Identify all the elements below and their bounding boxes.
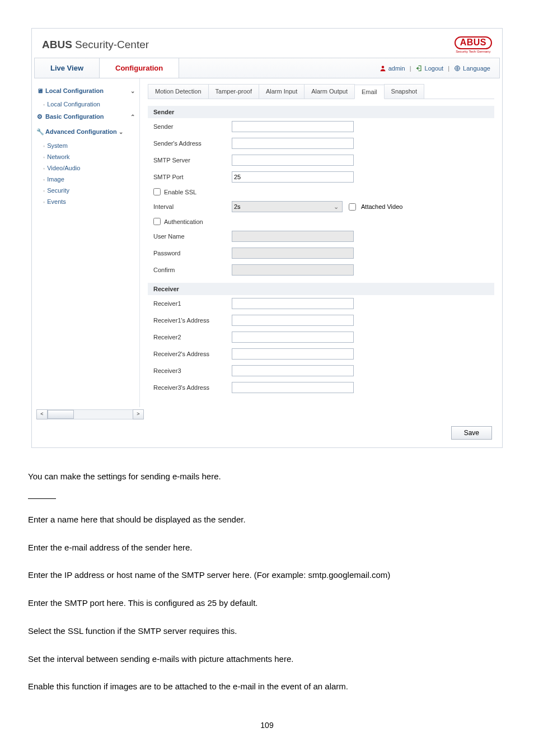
main-tabs: Live View Configuration admin | Logout |… xyxy=(34,58,500,78)
sidebar-item-system[interactable]: ◦System xyxy=(32,140,139,151)
app-body: 🖥Local Configuration ⌄ ◦Local Configurat… xyxy=(32,78,502,407)
input-receiver3[interactable] xyxy=(232,365,354,376)
caret-down-icon: ⌄ xyxy=(119,129,123,135)
scroll-left-button[interactable]: < xyxy=(36,409,48,419)
tab-configuration[interactable]: Configuration xyxy=(100,58,179,78)
minitab-snapshot[interactable]: Snapshot xyxy=(384,84,424,99)
sidebar-item-label: Video/Audio xyxy=(47,165,80,171)
topbar-right: admin | Logout | Language xyxy=(380,58,499,78)
sidebar-item-image[interactable]: ◦Image xyxy=(32,174,139,185)
label-smtp-server: SMTP Server xyxy=(153,157,232,164)
row-interval: Interval ⌄ Attached Video xyxy=(148,198,494,215)
abus-logo-text: ABUS xyxy=(455,36,492,49)
sidebar-advanced-config[interactable]: 🔧Advanced Configuration ⌄ xyxy=(32,125,139,139)
label-smtp-port: SMTP Port xyxy=(153,174,232,180)
dropdown-icon[interactable]: ⌄ xyxy=(334,203,339,211)
label-receiver2-address: Receiver2's Address xyxy=(153,351,232,357)
sidebar-item-video-audio[interactable]: ◦Video/Audio xyxy=(32,162,139,174)
tab-live-view[interactable]: Live View xyxy=(35,58,100,78)
sidebar-item-network[interactable]: ◦Network xyxy=(32,151,139,162)
sidebar-item-label: Network xyxy=(47,153,69,160)
row-username: User Name xyxy=(148,228,494,245)
row-receiver3-address: Receiver3's Address xyxy=(148,379,494,396)
caret-down-icon: ⌄ xyxy=(130,88,135,94)
topbar-logout[interactable]: Logout xyxy=(425,65,444,72)
minitab-email[interactable]: Email xyxy=(354,85,385,99)
input-sender-address[interactable] xyxy=(232,138,354,149)
scroll-thumb[interactable] xyxy=(48,410,74,419)
row-receiver1-address: Receiver1's Address xyxy=(148,312,494,329)
minitab-alarm-in[interactable]: Alarm Input xyxy=(259,84,305,99)
bullet-icon: ◦ xyxy=(43,102,45,108)
document-body: You can make the settings for sending e-… xyxy=(28,470,506,730)
checkbox-attached-video[interactable] xyxy=(349,203,356,211)
doc-paragraph: Set the interval between sending e-mails… xyxy=(28,653,506,665)
label-attached-video: Attached Video xyxy=(361,203,402,210)
sidebar-item-security[interactable]: ◦Security xyxy=(32,185,139,196)
doc-paragraph: Enable this function if images are to be… xyxy=(28,680,506,693)
sidebar-advanced-config-label: Advanced Configuration xyxy=(45,128,117,135)
scroll-right-button[interactable]: > xyxy=(133,409,144,419)
minitab-motion[interactable]: Motion Detection xyxy=(148,84,209,99)
content-panel: Motion Detection Tamper-proof Alarm Inpu… xyxy=(140,78,502,407)
bullet-icon: ◦ xyxy=(43,166,45,171)
checkbox-enable-ssl[interactable] xyxy=(153,188,161,195)
gear-icon: ⚙ xyxy=(36,113,43,120)
input-receiver1[interactable] xyxy=(232,298,354,309)
input-sender[interactable] xyxy=(232,121,354,132)
doc-paragraph: Select the SSL function if the SMTP serv… xyxy=(28,625,506,637)
label-password: Password xyxy=(153,250,232,256)
input-receiver1-address[interactable] xyxy=(232,315,354,326)
section-receiver: Receiver xyxy=(148,283,494,295)
minitab-alarm-out[interactable]: Alarm Output xyxy=(304,84,355,99)
bullet-icon: ◦ xyxy=(43,199,45,205)
label-receiver3: Receiver3 xyxy=(153,367,232,374)
sidebar-item-events[interactable]: ◦Events xyxy=(32,196,139,207)
input-receiver2[interactable] xyxy=(232,332,354,343)
page-number: 109 xyxy=(28,721,506,730)
row-smtp-server: SMTP Server xyxy=(148,152,494,169)
doc-paragraph: Enter the SMTP port here. This is config… xyxy=(28,597,506,609)
row-sender: Sender xyxy=(148,118,494,135)
sidebar-scrollbar: < > xyxy=(32,407,148,424)
sidebar-local-config[interactable]: 🖥Local Configuration ⌄ xyxy=(32,84,139,97)
separator: | xyxy=(446,65,452,72)
user-icon xyxy=(380,65,386,72)
save-button[interactable]: Save xyxy=(451,426,492,440)
row-enable-ssl: Enable SSL xyxy=(148,185,494,198)
sidebar: 🖥Local Configuration ⌄ ◦Local Configurat… xyxy=(32,78,140,407)
input-username[interactable] xyxy=(232,231,354,242)
row-authentication: Authentication xyxy=(148,215,494,228)
input-smtp-server[interactable] xyxy=(232,155,354,166)
input-password[interactable] xyxy=(232,248,354,259)
label-receiver3-address: Receiver3's Address xyxy=(153,384,232,391)
input-smtp-port[interactable] xyxy=(232,171,354,183)
logout-icon xyxy=(416,65,423,72)
topbar-language[interactable]: Language xyxy=(463,65,490,72)
event-tabs: Motion Detection Tamper-proof Alarm Inpu… xyxy=(148,84,494,99)
app-header: ABUS Security-Center ABUS Security Tech … xyxy=(32,29,502,58)
doc-paragraph: You can make the settings for sending e-… xyxy=(28,470,506,483)
input-confirm[interactable] xyxy=(232,264,354,276)
scroll-track[interactable] xyxy=(48,409,133,419)
sidebar-local-config-sub[interactable]: ◦Local Configuration xyxy=(32,99,139,110)
label-username: User Name xyxy=(153,233,232,240)
input-receiver3-address[interactable] xyxy=(232,382,354,393)
label-receiver1-address: Receiver1's Address xyxy=(153,317,232,324)
bullet-icon: ◦ xyxy=(43,143,45,149)
label-sender-address: Sender's Address xyxy=(153,140,232,147)
bullet-icon: ◦ xyxy=(43,177,45,183)
sidebar-local-config-label: Local Configuration xyxy=(45,87,104,94)
doc-paragraph: Enter the e-mail address of the sender h… xyxy=(28,542,506,554)
section-sender: Sender xyxy=(148,106,494,118)
bullet-icon: ◦ xyxy=(43,188,45,194)
input-interval[interactable] xyxy=(232,201,343,212)
brand-rest: Security-Center xyxy=(72,39,149,50)
app-window: ABUS Security-Center ABUS Security Tech … xyxy=(31,28,503,448)
sidebar-basic-config[interactable]: ⚙Basic Configuration ⌃ xyxy=(32,110,139,124)
label-authentication: Authentication xyxy=(164,218,203,225)
checkbox-authentication[interactable] xyxy=(153,218,161,225)
input-receiver2-address[interactable] xyxy=(232,348,354,360)
row-smtp-port: SMTP Port xyxy=(148,169,494,185)
minitab-tamper[interactable]: Tamper-proof xyxy=(208,84,259,99)
